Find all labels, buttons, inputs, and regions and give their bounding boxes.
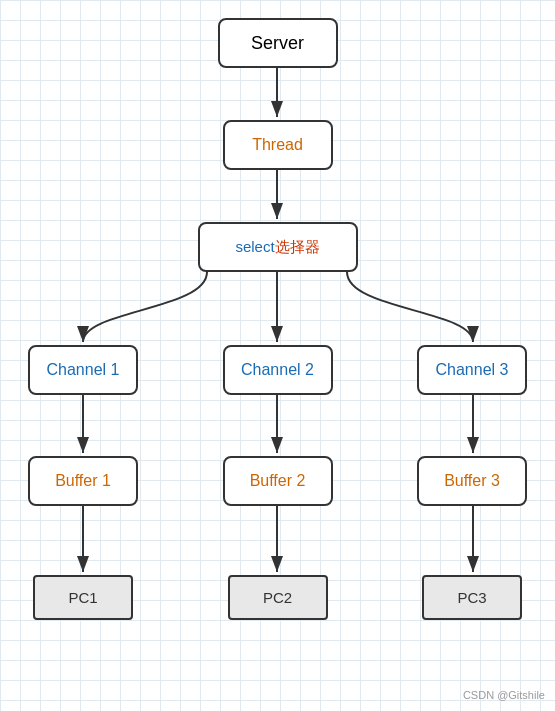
- channel3-box: Channel 3: [417, 345, 527, 395]
- buffer3-box: Buffer 3: [417, 456, 527, 506]
- select-box: select选择器: [198, 222, 358, 272]
- channel1-box: Channel 1: [28, 345, 138, 395]
- buffer2-label: Buffer 2: [250, 472, 306, 490]
- thread-label: Thread: [252, 136, 303, 154]
- channel1-label: Channel 1: [47, 361, 120, 379]
- pc1-label: PC1: [68, 589, 97, 606]
- buffer1-box: Buffer 1: [28, 456, 138, 506]
- channel2-label: Channel 2: [241, 361, 314, 379]
- select-text-blue: select: [235, 238, 274, 255]
- diagram: Server Thread select选择器 Channel 1 Channe…: [0, 0, 555, 711]
- server-label: Server: [251, 33, 304, 54]
- channel2-box: Channel 2: [223, 345, 333, 395]
- buffer2-box: Buffer 2: [223, 456, 333, 506]
- server-box: Server: [218, 18, 338, 68]
- pc1-box: PC1: [33, 575, 133, 620]
- thread-box: Thread: [223, 120, 333, 170]
- channel3-label: Channel 3: [436, 361, 509, 379]
- pc3-label: PC3: [457, 589, 486, 606]
- select-text-chinese: 选择器: [275, 238, 320, 255]
- watermark: CSDN @Gitshile: [463, 689, 545, 701]
- pc2-box: PC2: [228, 575, 328, 620]
- pc2-label: PC2: [263, 589, 292, 606]
- buffer1-label: Buffer 1: [55, 472, 111, 490]
- pc3-box: PC3: [422, 575, 522, 620]
- select-label: select选择器: [235, 238, 319, 257]
- buffer3-label: Buffer 3: [444, 472, 500, 490]
